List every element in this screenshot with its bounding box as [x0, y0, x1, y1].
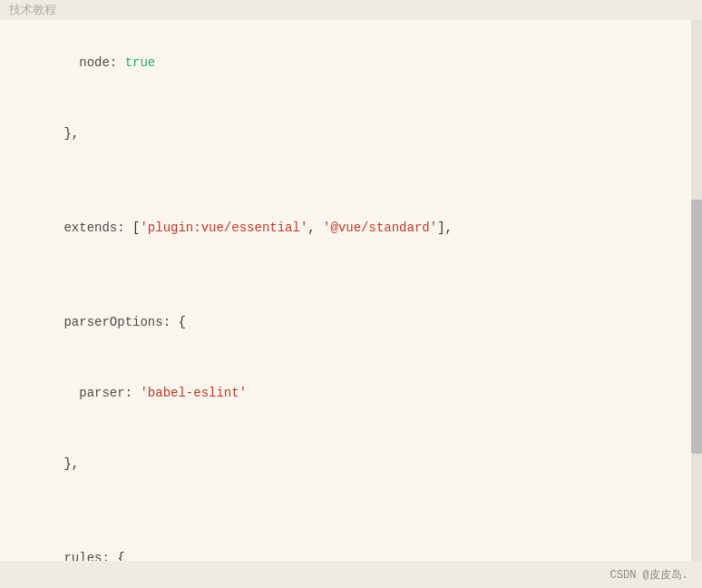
scrollbar[interactable] — [691, 0, 702, 588]
watermark-top: 技术教程 — [0, 0, 702, 20]
footer-text: CSDN @皮皮岛. — [610, 567, 688, 583]
code-line-2: }, — [18, 98, 682, 169]
code-line-7: parser: 'babel-eslint' — [18, 358, 682, 428]
code-line-4: extends: ['plugin:vue/essential', '@vue/… — [18, 192, 682, 263]
code-line-3 — [18, 169, 682, 192]
code-line-1: node: true — [18, 27, 682, 98]
code-line-8: }, — [18, 428, 682, 499]
code-area[interactable]: node: true }, extends: ['plugin:vue/esse… — [0, 20, 691, 561]
code-line-10: rules: { — [18, 523, 682, 561]
code-line-9 — [18, 499, 682, 523]
code-container: 技术教程 node: true }, extends: ['plugin:vue… — [0, 0, 702, 588]
watermark-text: 技术教程 — [9, 2, 56, 18]
scrollbar-thumb[interactable] — [691, 200, 702, 454]
code-line-5 — [18, 263, 682, 287]
code-line-6: parserOptions: { — [18, 287, 682, 358]
bottom-bar: CSDN @皮皮岛. — [0, 561, 702, 588]
